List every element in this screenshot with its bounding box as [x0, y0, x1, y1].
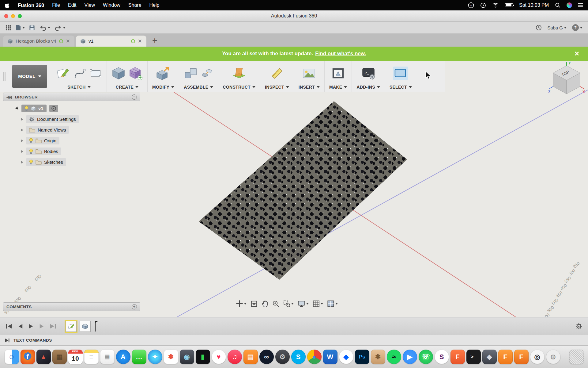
minimize-window-button[interactable]: [11, 14, 15, 18]
spotlight-search-icon[interactable]: [555, 2, 560, 8]
activate-component-radio[interactable]: [51, 106, 56, 111]
comments-panel[interactable]: COMMENTS +: [3, 302, 140, 311]
menu-help[interactable]: Help: [149, 2, 160, 8]
menu-window[interactable]: Window: [103, 2, 120, 8]
dock-hand-tool[interactable]: ✱: [371, 350, 385, 364]
dock-zoom[interactable]: ▶: [403, 350, 417, 364]
creative-cloud-icon[interactable]: ∞: [468, 2, 474, 8]
add-ins-menu-button[interactable]: ADD-INS: [356, 83, 380, 90]
timeline-go-to-start-button[interactable]: [6, 323, 12, 329]
dock-fusion-file[interactable]: F: [450, 350, 465, 364]
notification-center-icon[interactable]: [578, 2, 583, 8]
dock-fusion-360[interactable]: F: [498, 350, 513, 364]
expand-panel-icon[interactable]: [4, 338, 10, 343]
toolbar-grip[interactable]: [0, 61, 8, 92]
dock-trash[interactable]: [569, 350, 584, 364]
text-commands-bar[interactable]: TEXT COMMANDS: [0, 335, 588, 345]
time-machine-icon[interactable]: [480, 2, 486, 8]
dock-safari[interactable]: ✦: [148, 350, 162, 364]
menu-view[interactable]: View: [85, 2, 95, 8]
siri-icon[interactable]: [567, 2, 572, 8]
make-3d-print-icon[interactable]: [331, 66, 345, 80]
add-comment-icon[interactable]: +: [132, 304, 137, 309]
browser-root-row[interactable]: v1: [3, 103, 140, 114]
visibility-bulb-icon[interactable]: [29, 149, 33, 154]
file-menu-button[interactable]: [16, 25, 25, 31]
measure-icon[interactable]: [270, 66, 284, 80]
dock-slack[interactable]: S: [435, 350, 449, 364]
close-window-button[interactable]: [4, 14, 8, 18]
dock-spotify[interactable]: ≈: [387, 350, 401, 364]
dock-chrome[interactable]: ●: [307, 350, 322, 364]
dock-textedit[interactable]: ≣: [100, 350, 115, 364]
zoom-window-button[interactable]: [18, 14, 22, 18]
dock-vsco[interactable]: ∞: [259, 350, 274, 364]
dock-whatsapp[interactable]: ☏: [419, 350, 433, 364]
modify-menu-button[interactable]: MODIFY: [152, 83, 174, 90]
timeline-settings-gear-icon[interactable]: [575, 323, 582, 330]
scripts-add-ins-icon[interactable]: >_: [361, 66, 375, 80]
dock-system-preferences[interactable]: ⚙: [275, 350, 290, 364]
dock-notes[interactable]: ≡: [84, 350, 99, 364]
timeline-feature-sketch[interactable]: [66, 321, 77, 332]
app-grid-icon[interactable]: [6, 25, 11, 31]
create-sketch-icon[interactable]: [56, 66, 70, 80]
timeline-step-back-button[interactable]: [17, 323, 23, 329]
make-menu-button[interactable]: MAKE: [329, 83, 347, 90]
document-tab-hexagon-blocks[interactable]: Hexagon Blocks v4 ✕: [3, 36, 74, 47]
expand-triangle-icon[interactable]: [15, 106, 19, 110]
save-button[interactable]: [29, 25, 35, 31]
new-tab-button[interactable]: +: [152, 36, 157, 45]
spline-tool-icon[interactable]: [73, 67, 86, 80]
help-button[interactable]: ?: [572, 24, 582, 31]
wifi-icon[interactable]: [492, 3, 499, 8]
new-component-icon[interactable]: [184, 66, 198, 80]
job-status-clock-icon[interactable]: [536, 25, 542, 31]
banner-whats-new-link[interactable]: Find out what's new.: [315, 51, 366, 57]
viewports-icon[interactable]: [327, 300, 338, 307]
expand-triangle-icon[interactable]: [21, 128, 23, 132]
expand-triangle-icon[interactable]: [21, 118, 23, 121]
visibility-bulb-icon[interactable]: [29, 159, 33, 165]
dock-firefox[interactable]: f: [21, 350, 35, 364]
apple-menu-icon[interactable]: [5, 2, 10, 8]
new-body-icon[interactable]: [111, 66, 126, 80]
dock-calendar[interactable]: FEB10: [68, 350, 83, 364]
create-menu-button[interactable]: CREATE: [116, 83, 138, 90]
timeline-go-to-end-button[interactable]: [50, 323, 56, 329]
expand-triangle-icon[interactable]: [21, 161, 23, 164]
dock-fusion-360-beta[interactable]: F: [514, 350, 529, 364]
select-menu-button[interactable]: SELECT: [390, 83, 412, 90]
dock-stocks[interactable]: ▮: [196, 350, 210, 364]
view-cube[interactable]: TOP Y X Z: [548, 61, 586, 100]
battery-icon[interactable]: [505, 3, 513, 7]
zoom-window-icon[interactable]: [283, 300, 294, 307]
pattern-icon[interactable]: [129, 66, 143, 80]
dock-books[interactable]: ▤: [243, 350, 258, 364]
insert-image-icon[interactable]: [302, 66, 316, 80]
document-tab-v1[interactable]: v1 ✕: [76, 36, 146, 47]
dock-finder[interactable]: ☺: [5, 350, 19, 364]
timeline-play-button[interactable]: [28, 323, 34, 329]
user-account-button[interactable]: Saba G: [547, 25, 567, 30]
construction-plane-icon[interactable]: [232, 66, 246, 80]
menu-edit[interactable]: Edit: [68, 2, 77, 8]
browser-row-sketches[interactable]: Sketches: [3, 157, 140, 167]
dock-launchpad-rocket[interactable]: ▲: [36, 350, 51, 364]
dock-messages[interactable]: …: [132, 350, 146, 364]
sketch-menu-button[interactable]: SKETCH: [67, 83, 90, 90]
menubar-clock[interactable]: Sat 10:03 PM: [519, 2, 549, 8]
dock-skype[interactable]: S: [291, 350, 306, 364]
press-pull-icon[interactable]: [156, 66, 170, 80]
expand-triangle-icon[interactable]: [21, 150, 23, 153]
rectangle-tool-icon[interactable]: [89, 67, 102, 80]
menubar-app-name[interactable]: Fusion 360: [18, 2, 44, 8]
dock-photoshop[interactable]: Ps: [355, 350, 369, 364]
dock-terminal[interactable]: >_: [466, 350, 481, 364]
menu-share[interactable]: Share: [128, 2, 141, 8]
dock-sketch-tool[interactable]: ◆: [482, 350, 497, 364]
dock-archive-box[interactable]: ▦: [52, 350, 67, 364]
dock-photos[interactable]: ✽: [164, 350, 178, 364]
visibility-bulb-icon[interactable]: [29, 138, 33, 143]
viewport-canvas[interactable]: 650 600 550 500 650 600 550 500 450 400 …: [0, 61, 588, 317]
